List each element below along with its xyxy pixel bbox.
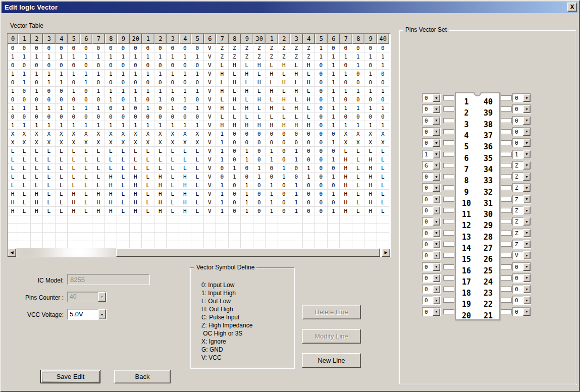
vector-cell[interactable]: 1 (278, 173, 291, 181)
vector-cell[interactable]: 0 (229, 155, 241, 164)
vector-cell[interactable]: 1 (31, 121, 43, 130)
vector-cell[interactable]: 1 (43, 121, 56, 130)
vector-cell[interactable]: L (179, 147, 192, 155)
vector-cell[interactable]: 1 (216, 147, 229, 155)
vector-cell[interactable]: X (56, 130, 68, 138)
vector-cell[interactable]: 1 (154, 95, 167, 104)
vector-cell[interactable]: V (204, 198, 217, 207)
vector-cell[interactable]: L (68, 155, 80, 164)
vector-cell[interactable]: H (340, 173, 352, 181)
vector-cell[interactable]: 0 (315, 207, 328, 215)
pin-combo-left-17[interactable]: 0▼ (422, 273, 441, 283)
vector-cell[interactable]: 0 (315, 181, 328, 190)
vector-cell[interactable]: 0 (266, 173, 278, 181)
vector-cell[interactable]: X (377, 138, 390, 147)
vector-cell[interactable]: Z (278, 52, 291, 61)
vector-cell[interactable]: L (154, 147, 167, 155)
vector-cell[interactable]: 1 (340, 70, 352, 78)
vector-cell[interactable]: 0 (364, 113, 377, 121)
vector-cell[interactable]: 0 (68, 61, 80, 70)
dropdown-arrow-icon[interactable]: ▼ (523, 251, 531, 259)
vector-cell[interactable]: L (56, 155, 68, 164)
vector-cell[interactable]: L (117, 164, 130, 173)
vector-cell[interactable]: L (43, 181, 56, 190)
vector-cell[interactable]: L (216, 113, 229, 121)
column-header[interactable]: 5 (315, 34, 328, 44)
pin-combo-left-9[interactable]: 0▼ (422, 183, 441, 192)
column-header[interactable]: 8 (352, 34, 365, 44)
vector-cell[interactable]: L (8, 181, 18, 190)
vector-cell[interactable]: 0 (340, 61, 352, 70)
vector-cell[interactable]: 1 (278, 164, 291, 173)
vector-cell[interactable]: L (56, 164, 68, 173)
vector-cell[interactable]: H (303, 78, 315, 87)
vector-cell[interactable]: 1 (328, 190, 340, 198)
vector-cell[interactable]: 1 (229, 164, 241, 173)
vector-cell[interactable]: 0 (315, 130, 328, 138)
vector-cell[interactable]: 1 (340, 87, 352, 95)
vector-cell[interactable]: 0 (303, 155, 315, 164)
vector-cell[interactable]: 0 (278, 138, 291, 147)
dropdown-arrow-icon[interactable]: ▼ (523, 94, 531, 102)
vector-cell[interactable]: X (167, 138, 179, 147)
vector-cell[interactable]: 0 (92, 95, 105, 104)
vector-cell[interactable]: H (8, 198, 18, 207)
pin-combo-right-24[interactable]: 0▼ (512, 273, 531, 283)
column-header[interactable]: 2 (278, 34, 291, 44)
vector-cell[interactable]: 0 (8, 61, 18, 70)
vector-cell[interactable]: H (179, 173, 192, 181)
vector-cell[interactable]: L (142, 164, 154, 173)
column-header[interactable]: 1 (142, 34, 154, 44)
vector-cell[interactable]: 0 (352, 113, 365, 121)
dropdown-arrow-icon[interactable]: ▼ (98, 292, 106, 302)
vector-cell[interactable]: L (43, 164, 56, 173)
delete-line-button[interactable]: Delete Line (302, 305, 361, 319)
column-header[interactable]: 7 (340, 34, 352, 44)
vector-cell[interactable]: 0 (80, 95, 93, 104)
vector-cell[interactable]: L (92, 155, 105, 164)
vector-cell[interactable]: 1 (328, 113, 340, 121)
vector-cell[interactable]: 0 (92, 113, 105, 121)
vector-cell[interactable]: 1 (191, 70, 204, 78)
column-header[interactable]: 4 (179, 34, 192, 44)
vector-cell[interactable]: L (92, 173, 105, 181)
vector-cell[interactable]: 0 (328, 164, 340, 173)
vector-cell[interactable]: X (43, 130, 56, 138)
vector-cell[interactable]: L (31, 155, 43, 164)
vector-cell[interactable]: H (253, 78, 266, 87)
column-header[interactable]: 2 (154, 34, 167, 44)
vector-cell[interactable]: 0 (315, 173, 328, 181)
vector-cell[interactable]: 0 (167, 44, 179, 52)
dropdown-arrow-icon[interactable]: ▼ (433, 206, 440, 214)
dropdown-arrow-icon[interactable]: ▼ (433, 217, 440, 226)
dropdown-arrow-icon[interactable]: ▼ (523, 296, 531, 304)
vector-cell[interactable]: H (340, 181, 352, 190)
vector-cell[interactable]: 1 (105, 121, 118, 130)
vector-cell[interactable]: V (204, 173, 217, 181)
vector-cell[interactable]: 0 (328, 147, 340, 155)
pin-combo-right-23[interactable]: 0▼ (512, 285, 531, 294)
pin-combo-left-14[interactable]: 0▼ (422, 240, 441, 249)
vector-cell[interactable]: L (92, 164, 105, 173)
pin-combo-right-32[interactable]: Z▼ (512, 183, 531, 192)
vector-cell[interactable]: 0 (56, 44, 68, 52)
vector-cell[interactable]: X (8, 130, 18, 138)
vector-cell[interactable]: L (377, 190, 390, 198)
vector-cell[interactable]: 0 (278, 147, 291, 155)
vector-cell[interactable]: L (377, 164, 390, 173)
vector-cell[interactable]: L (43, 155, 56, 164)
vector-cell[interactable]: 1 (290, 190, 303, 198)
vector-cell[interactable]: 0 (130, 113, 142, 121)
vector-cell[interactable]: 1 (364, 121, 377, 130)
vector-cell[interactable]: V (204, 138, 217, 147)
vector-cell[interactable]: H (364, 164, 377, 173)
vector-cell[interactable]: 1 (68, 52, 80, 61)
vector-cell[interactable]: 1 (130, 52, 142, 61)
vector-cell[interactable]: L (8, 147, 18, 155)
vector-cell[interactable]: 1 (328, 87, 340, 95)
vector-cell[interactable]: V (204, 87, 217, 95)
vector-cell[interactable]: 0 (80, 44, 93, 52)
vector-cell[interactable]: V (204, 44, 217, 52)
vector-cell[interactable]: L (68, 147, 80, 155)
vector-cell[interactable]: 0 (68, 95, 80, 104)
